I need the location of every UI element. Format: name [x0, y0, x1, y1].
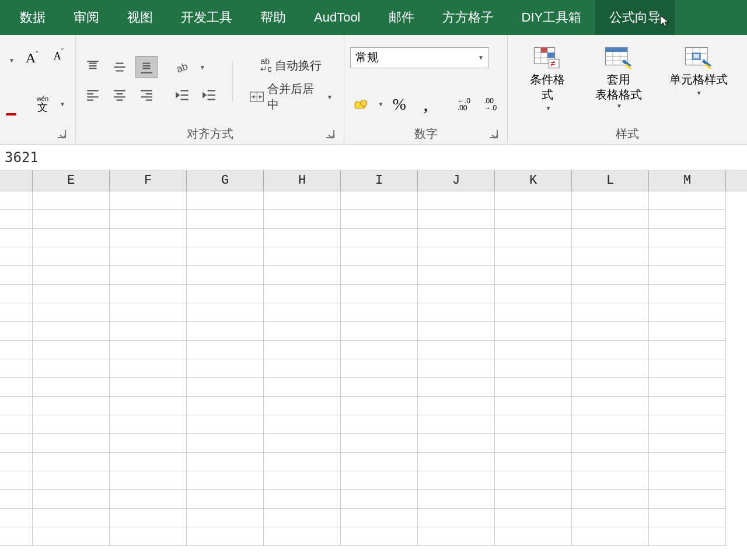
menu-tab[interactable]: 审阅 [60, 0, 113, 35]
cell[interactable] [187, 490, 264, 509]
row-leading-cell[interactable] [0, 434, 33, 453]
cell[interactable] [264, 229, 341, 247]
cell[interactable] [264, 490, 341, 509]
select-all-corner[interactable] [0, 170, 33, 191]
row-leading-cell[interactable] [0, 191, 33, 210]
cell[interactable] [341, 378, 418, 397]
cell[interactable] [264, 415, 341, 434]
cell[interactable] [264, 266, 341, 285]
cell[interactable] [572, 434, 649, 453]
column-header[interactable]: E [33, 170, 110, 191]
cell[interactable] [33, 322, 110, 341]
cell[interactable] [110, 434, 187, 453]
cell[interactable] [572, 490, 649, 509]
cell[interactable] [572, 378, 649, 397]
cell[interactable] [649, 266, 726, 285]
cell[interactable] [649, 191, 726, 210]
menu-tab-overflow[interactable] [675, 0, 689, 35]
cell[interactable] [418, 490, 495, 509]
cell[interactable] [264, 341, 341, 359]
row-leading-cell[interactable] [0, 378, 33, 397]
cell[interactable] [649, 397, 726, 415]
formula-bar[interactable]: 3621 [0, 145, 747, 170]
cell[interactable] [495, 527, 572, 546]
cell-styles-button[interactable]: 单元格样式 ▼ [664, 42, 734, 101]
cell[interactable] [341, 359, 418, 378]
cell[interactable] [572, 322, 649, 341]
menu-tab[interactable]: 方方格子 [428, 0, 508, 35]
cell[interactable] [418, 285, 495, 303]
cell[interactable] [187, 191, 264, 210]
cell[interactable] [418, 453, 495, 471]
cell[interactable] [418, 266, 495, 285]
column-header[interactable]: L [572, 170, 649, 191]
cell[interactable] [495, 322, 572, 341]
dialog-launcher-icon[interactable] [326, 130, 334, 138]
cell[interactable] [264, 210, 341, 229]
cell[interactable] [495, 434, 572, 453]
orientation-button[interactable]: ab [172, 56, 194, 78]
row-leading-cell[interactable] [0, 210, 33, 229]
cell[interactable] [33, 229, 110, 247]
cell[interactable] [33, 397, 110, 415]
cell[interactable] [33, 378, 110, 397]
cell[interactable] [264, 378, 341, 397]
align-middle-button[interactable] [109, 56, 131, 78]
column-header[interactable]: M [649, 170, 726, 191]
cell[interactable] [110, 191, 187, 210]
cell[interactable] [341, 285, 418, 303]
cell[interactable] [264, 471, 341, 490]
cell[interactable] [341, 247, 418, 266]
cell[interactable] [649, 434, 726, 453]
cell[interactable] [418, 359, 495, 378]
column-header[interactable]: G [187, 170, 264, 191]
cell[interactable] [264, 322, 341, 341]
cell[interactable] [418, 341, 495, 359]
cell[interactable] [110, 210, 187, 229]
cell[interactable] [33, 509, 110, 527]
row-leading-cell[interactable] [0, 397, 33, 415]
cell[interactable] [187, 471, 264, 490]
chevron-down-icon[interactable]: ▼ [200, 64, 205, 71]
cell[interactable] [341, 527, 418, 546]
cell[interactable] [110, 303, 187, 322]
cell[interactable] [418, 210, 495, 229]
cell[interactable] [264, 509, 341, 527]
cell[interactable] [495, 285, 572, 303]
cell[interactable] [572, 229, 649, 247]
column-header[interactable]: J [418, 170, 495, 191]
cell[interactable] [418, 509, 495, 527]
cell[interactable] [572, 247, 649, 266]
cell[interactable] [418, 303, 495, 322]
cell[interactable] [649, 341, 726, 359]
cell[interactable] [110, 266, 187, 285]
decrease-decimal-button[interactable]: .00→.0 [480, 93, 501, 116]
table-format-button[interactable]: 套用表格格式 ▼ [589, 42, 648, 114]
column-header[interactable]: I [341, 170, 418, 191]
cell[interactable] [187, 229, 264, 247]
cell[interactable] [341, 490, 418, 509]
increase-font-button[interactable]: Aˆ [21, 50, 43, 72]
cell[interactable] [341, 453, 418, 471]
phonetic-guide-button[interactable]: wén 文 [32, 93, 54, 116]
cell[interactable] [572, 210, 649, 229]
cell[interactable] [187, 415, 264, 434]
cell[interactable] [33, 210, 110, 229]
cell[interactable] [418, 397, 495, 415]
row-leading-cell[interactable] [0, 229, 33, 247]
menu-tab[interactable]: AudTool [300, 0, 375, 35]
align-center-button[interactable] [109, 84, 131, 106]
cell[interactable] [572, 341, 649, 359]
cell[interactable] [110, 453, 187, 471]
menu-tab[interactable]: 帮助 [246, 0, 300, 35]
cell[interactable] [418, 229, 495, 247]
cell[interactable] [341, 341, 418, 359]
cell[interactable] [341, 229, 418, 247]
chevron-down-icon[interactable]: ▼ [60, 101, 65, 107]
cell[interactable] [418, 191, 495, 210]
cell[interactable] [649, 415, 726, 434]
cell[interactable] [341, 210, 418, 229]
menu-tab[interactable]: 公式向导 [595, 0, 675, 35]
cell[interactable] [110, 378, 187, 397]
row-leading-cell[interactable] [0, 341, 33, 359]
